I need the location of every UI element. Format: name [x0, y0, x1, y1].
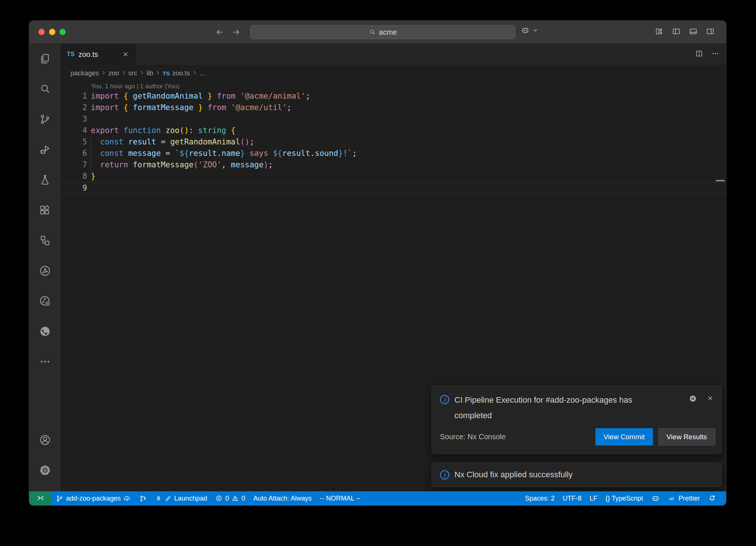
- line-number: 6: [61, 148, 87, 159]
- view-results-button[interactable]: View Results: [658, 428, 715, 446]
- activity-item-more-views[interactable]: [29, 347, 61, 377]
- tab-zoo-ts[interactable]: TS zoo.ts: [61, 44, 135, 65]
- breadcrumb-item-lib[interactable]: lib: [147, 69, 153, 77]
- status-auto-attach[interactable]: Auto Attach: Always: [249, 491, 316, 505]
- extensions-icon: [39, 204, 51, 216]
- activity-item-nx-cloud[interactable]: [29, 286, 61, 316]
- edge-icon: [39, 325, 51, 338]
- status-git-graph[interactable]: [135, 491, 151, 505]
- blame-annotation[interactable]: You, 1 hour ago | 1 author (You): [91, 83, 179, 90]
- breadcrumb-label: src: [128, 69, 137, 77]
- code-line-4[interactable]: 4export function zoo(): string {: [61, 125, 726, 136]
- toggle-primary-sidebar-button[interactable]: [671, 27, 681, 36]
- line-number: 4: [61, 125, 87, 136]
- status-encoding[interactable]: UTF-8: [559, 491, 585, 505]
- line-number: 5: [61, 136, 87, 148]
- copilot-icon: [651, 494, 660, 503]
- gear-icon: [39, 464, 51, 477]
- activity-item-explorer[interactable]: [29, 44, 61, 74]
- breadcrumb-item-src[interactable]: src: [128, 69, 137, 77]
- notification-message: CI Pipeline Execution for #add-zoo-packa…: [454, 392, 661, 423]
- code-line-3[interactable]: 3: [61, 113, 726, 125]
- copilot-icon: [521, 26, 530, 36]
- close-tab-icon[interactable]: [122, 51, 129, 58]
- search-icon: [369, 28, 376, 36]
- tab-bar: TS zoo.ts: [61, 44, 726, 65]
- line-number: 1: [61, 91, 87, 102]
- customize-layout-button[interactable]: [654, 27, 664, 36]
- status-language-mode[interactable]: {} TypeScript: [601, 491, 647, 505]
- breadcrumb-separator-icon: ›: [102, 69, 105, 76]
- code-line-6[interactable]: 6 const message = `${result.name} says $…: [61, 148, 726, 159]
- status-problems-label: 0: [225, 495, 229, 502]
- status-notifications-bell[interactable]: [704, 491, 720, 505]
- status-problems[interactable]: 00: [211, 491, 249, 505]
- status-problems-label: 0: [241, 495, 245, 502]
- code-text: const result = getRandomAnimal();: [91, 136, 254, 148]
- breadcrumb-item-zoots[interactable]: TSzoo.ts: [162, 69, 190, 77]
- status-copilot[interactable]: [647, 491, 664, 505]
- activity-item-nx-console[interactable]: [29, 256, 61, 286]
- toggle-secondary-sidebar-button[interactable]: [705, 27, 715, 36]
- hierarchy-icon: [39, 234, 51, 247]
- remote-icon: [37, 494, 45, 502]
- breadcrumb-item-packages[interactable]: packages: [71, 69, 99, 77]
- code-line-7[interactable]: 7 return formatMessage('ZOO', message);: [61, 159, 726, 171]
- overview-ruler-mark: [716, 180, 725, 181]
- code-line-8[interactable]: 8}: [61, 171, 726, 182]
- double-check-icon: [668, 495, 676, 502]
- activity-item-edge-tools[interactable]: [29, 316, 61, 347]
- files-icon: [39, 52, 51, 65]
- status-encoding-label: UTF-8: [563, 495, 581, 502]
- toggle-panel-button[interactable]: [688, 27, 698, 36]
- status-git-branch[interactable]: add-zoo-packages: [52, 491, 135, 505]
- activity-item-project-structure[interactable]: [29, 225, 61, 256]
- activity-item-run-and-debug[interactable]: [29, 134, 61, 165]
- status-eol[interactable]: LF: [585, 491, 601, 505]
- code-text: import { getRandomAnimal } from '@acme/a…: [91, 91, 310, 102]
- activity-item-accounts[interactable]: [29, 425, 61, 455]
- activity-item-search[interactable]: [29, 74, 61, 104]
- breadcrumb: packages›zoo›src›lib›TSzoo.ts›…: [61, 65, 726, 81]
- status-vim-mode[interactable]: -- NORMAL --: [316, 491, 364, 505]
- command-center-search[interactable]: acme: [250, 25, 515, 39]
- split-editor-button[interactable]: [695, 50, 703, 59]
- activity-item-settings[interactable]: [29, 455, 61, 485]
- bell-dot-icon: [708, 494, 716, 502]
- zoom-window-button[interactable]: [59, 29, 66, 35]
- activity-item-testing[interactable]: [29, 165, 61, 195]
- navigate-back-button[interactable]: [214, 27, 225, 38]
- status-bar: add-zoo-packagesLaunchpad00Auto Attach: …: [29, 491, 726, 505]
- status-gitlens-launchpad[interactable]: Launchpad: [151, 491, 211, 505]
- breadcrumb-item-[interactable]: …: [199, 69, 206, 77]
- minimize-window-button[interactable]: [49, 29, 55, 35]
- activity-bar: [29, 44, 61, 492]
- code-line-9[interactable]: 9: [61, 182, 726, 194]
- breadcrumb-separator-icon: ›: [157, 69, 159, 76]
- status-gitlens-launchpad-label: Launchpad: [174, 495, 207, 502]
- view-commit-button[interactable]: View Commit: [595, 428, 653, 446]
- search-icon: [39, 83, 51, 95]
- code-line-1[interactable]: 1import { getRandomAnimal } from '@acme/…: [61, 91, 726, 102]
- code-line-2[interactable]: 2import { formatMessage } from '@acme/ut…: [61, 102, 726, 113]
- status-remote[interactable]: [29, 491, 52, 505]
- git-graph-icon: [139, 495, 147, 502]
- notification-settings-gear-icon[interactable]: [689, 395, 697, 404]
- status-prettier[interactable]: Prettier: [664, 491, 704, 505]
- code-line-5[interactable]: 5 const result = getRandomAnimal();: [61, 136, 726, 148]
- breadcrumb-separator-icon: ›: [141, 69, 143, 76]
- line-number: 9: [61, 182, 87, 193]
- more-actions-button[interactable]: [711, 50, 719, 59]
- notification-message: Nx Cloud fix applied successfully: [454, 470, 573, 480]
- notification-close-icon[interactable]: [707, 395, 714, 404]
- activity-item-extensions[interactable]: [29, 195, 61, 225]
- status-indentation[interactable]: Spaces: 2: [521, 491, 559, 505]
- copilot-menu-button[interactable]: [521, 26, 539, 36]
- close-window-button[interactable]: [38, 29, 45, 35]
- activity-item-source-control[interactable]: [29, 104, 61, 134]
- search-value: acme: [379, 28, 397, 37]
- debug-icon: [39, 143, 51, 156]
- source-control-icon: [39, 113, 51, 126]
- navigate-forward-button[interactable]: [231, 27, 242, 38]
- breadcrumb-item-zoo[interactable]: zoo: [108, 69, 119, 77]
